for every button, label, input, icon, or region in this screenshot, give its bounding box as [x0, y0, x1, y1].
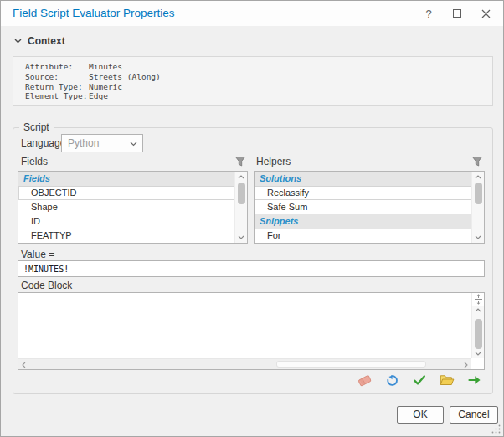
title-bar: Field Script Evaluator Properties ? [1, 1, 503, 26]
splitter-handle[interactable] [472, 293, 484, 306]
scroll-left-icon[interactable] [22, 362, 26, 368]
scrollbar-thumb[interactable] [475, 183, 482, 204]
code-block-text[interactable] [22, 295, 469, 356]
help-icon: ? [425, 8, 431, 20]
list-item[interactable]: Shape [18, 200, 234, 214]
close-button[interactable] [471, 1, 500, 26]
scrollbar-thumb[interactable] [238, 183, 245, 204]
close-icon [481, 9, 491, 18]
maximize-icon [453, 9, 461, 18]
context-line: Attribute:Minutes [25, 62, 492, 72]
maximize-button[interactable] [443, 1, 471, 26]
list-item[interactable]: ID [18, 214, 234, 229]
context-header-label: Context [28, 35, 65, 47]
list-item[interactable]: Reclassify [255, 186, 471, 200]
export-button[interactable] [466, 373, 483, 388]
scroll-down-icon[interactable] [475, 235, 481, 239]
verify-button[interactable] [411, 373, 428, 388]
import-button[interactable] [439, 373, 455, 388]
list-item[interactable]: For [255, 229, 471, 243]
window-controls: ? [414, 1, 500, 26]
clear-button[interactable] [356, 373, 373, 388]
scroll-up-icon[interactable] [475, 308, 481, 312]
list-item[interactable]: FEATTYP [18, 229, 234, 243]
context-line: Return Type:Numeric [25, 82, 492, 92]
field-script-evaluator-dialog: Field Script Evaluator Properties ? Cont… [0, 0, 504, 437]
list-item[interactable]: OBJECTID [18, 186, 234, 200]
scroll-up-icon[interactable] [475, 175, 481, 179]
code-block-editor[interactable] [18, 292, 485, 370]
window-title: Field Script Evaluator Properties [13, 1, 175, 26]
helpers-filter-button[interactable] [471, 156, 484, 168]
scrollbar-thumb[interactable] [276, 361, 426, 368]
ok-button[interactable]: OK [397, 406, 444, 424]
scrollbar-thumb[interactable] [475, 319, 482, 349]
scroll-right-icon[interactable] [464, 362, 468, 368]
fields-listbox: FieldsOBJECTIDShapeIDFEATTYP [18, 171, 248, 244]
fields-scrollbar[interactable] [234, 172, 247, 243]
script-group-label: Script [19, 121, 54, 133]
fields-filter-button[interactable] [234, 156, 247, 168]
help-button[interactable]: ? [414, 1, 443, 26]
list-group-header: Fields [18, 172, 234, 186]
resize-grip[interactable] [491, 424, 501, 434]
split-grip-icon [473, 293, 484, 306]
undo-button[interactable] [383, 373, 400, 388]
list-group-header: Solutions [255, 172, 471, 186]
code-block-label: Code Block [21, 280, 72, 291]
value-input[interactable] [18, 260, 485, 277]
scroll-down-icon[interactable] [238, 235, 244, 239]
undo-icon [385, 373, 399, 388]
arrow-right-icon [468, 374, 481, 386]
eraser-icon [357, 373, 373, 388]
check-icon [413, 374, 426, 386]
code-block-vscrollbar[interactable] [471, 293, 484, 358]
value-label: Value = [21, 249, 54, 260]
open-folder-icon [440, 374, 455, 386]
context-section-toggle[interactable]: Context [14, 34, 65, 48]
script-toolbar [356, 373, 483, 388]
filter-icon [234, 156, 246, 167]
cancel-button[interactable]: Cancel [450, 406, 498, 424]
code-block-hscrollbar[interactable] [18, 358, 471, 369]
language-select[interactable]: Python [61, 134, 143, 152]
helpers-label: Helpers [256, 156, 291, 167]
filter-icon [471, 156, 483, 167]
helpers-listbox: SolutionsReclassifySafe SumSnippetsFor [254, 171, 485, 244]
context-info-box: Attribute:Minutes Source:Streets (Along)… [13, 56, 493, 106]
scroll-down-icon[interactable] [475, 352, 481, 356]
language-selected-value: Python [68, 135, 99, 152]
list-item[interactable]: Safe Sum [255, 200, 471, 214]
context-line: Source:Streets (Along) [25, 72, 492, 82]
chevron-down-icon [14, 39, 22, 44]
fields-label: Fields [21, 156, 48, 167]
chevron-down-icon [130, 141, 137, 147]
helpers-scrollbar[interactable] [471, 172, 484, 243]
context-line: Element Type:Edge [25, 91, 492, 101]
scroll-up-icon[interactable] [238, 175, 244, 179]
list-group-header: Snippets [255, 214, 471, 229]
